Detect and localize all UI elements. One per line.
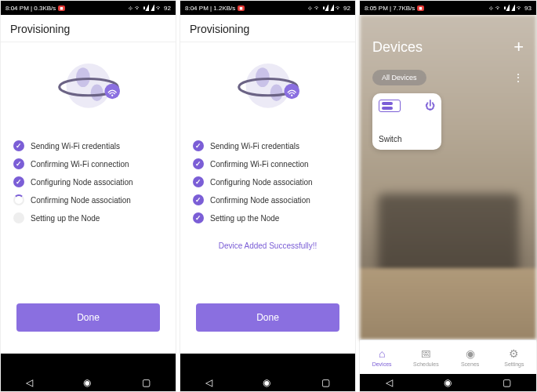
check-icon: [13, 140, 24, 151]
page-title: Provisioning: [1, 15, 176, 42]
content-area: Sending Wi-Fi credentials Confirming Wi-…: [1, 42, 176, 354]
content-area: Sending Wi-Fi credentials Confirming Wi-…: [180, 42, 355, 354]
back-icon[interactable]: ◁: [26, 377, 33, 388]
svg-point-6: [245, 64, 290, 108]
status-indicators: ⟐ ᯤ ▮◢ ◢ ᯤ 92: [307, 5, 350, 12]
page-title: Provisioning: [180, 15, 355, 42]
home-icon[interactable]: ◉: [263, 377, 270, 388]
step-label: Configuring Node association: [31, 178, 133, 187]
tab-label: Devices: [372, 361, 392, 367]
svg-point-0: [66, 64, 111, 108]
check-icon: [193, 212, 204, 223]
status-time: 8:04 PM | 1.2KB/s: [185, 5, 235, 12]
android-nav: ◁ ◉ ▢: [1, 374, 176, 391]
power-icon[interactable]: ⏻: [425, 100, 435, 111]
calendar-icon: 📅︎: [420, 347, 431, 360]
check-icon: [193, 194, 204, 205]
status-bar: 8:04 PM | 0.3KB/s■ ⟐ ᯤ ▮◢ ◢ ᯤ 92: [1, 1, 176, 15]
record-icon: ■: [417, 5, 423, 11]
step-item: Configuring Node association: [13, 176, 163, 187]
check-icon: [13, 158, 24, 169]
done-button[interactable]: Done: [196, 303, 339, 332]
home-icon[interactable]: ◉: [444, 377, 452, 388]
filter-pill[interactable]: All Devices: [372, 70, 426, 85]
step-item: Sending Wi-Fi credentials: [13, 140, 163, 151]
globe-wifi-icon: [53, 56, 124, 119]
devices-header: Devices +: [360, 15, 536, 65]
check-icon: [13, 176, 24, 187]
back-icon[interactable]: ◁: [205, 377, 212, 388]
tab-label: Schedules: [413, 361, 439, 367]
svg-point-8: [270, 85, 282, 101]
spinner-icon: [13, 194, 24, 205]
screen-provisioning-complete: 8:04 PM | 1.2KB/s■ ⟐ ᯤ ▮◢ ◢ ᯤ 92 Provisi…: [180, 0, 356, 392]
status-time: 8:04 PM | 0.3KB/s: [5, 5, 56, 12]
home-icon: ⌂: [379, 347, 385, 360]
step-label: Sending Wi-Fi credentials: [31, 142, 120, 151]
step-label: Confirming Wi-Fi connection: [31, 160, 129, 169]
recents-icon[interactable]: ▢: [142, 377, 151, 388]
filter-row: All Devices ⋮: [360, 65, 536, 93]
svg-point-1: [76, 67, 90, 87]
play-icon: ◉: [466, 347, 475, 360]
tab-scenes[interactable]: ◉Scenes: [448, 340, 492, 374]
record-icon: ■: [58, 5, 64, 11]
step-item: Confirming Node association: [13, 194, 163, 205]
tab-settings[interactable]: ⚙Settings: [492, 340, 536, 374]
svg-point-10: [284, 84, 299, 100]
check-icon: [193, 158, 204, 169]
step-item: Confirming Wi-Fi connection: [13, 158, 163, 169]
check-icon: [193, 140, 204, 151]
add-device-icon[interactable]: +: [513, 37, 524, 57]
step-label: Setting up the Node: [210, 214, 279, 223]
record-icon: ■: [238, 5, 244, 11]
black-bar: [1, 354, 176, 374]
status-bar: 8:05 PM | 7.7KB/s■ ⟐ ᯤ ▮◢ ◢ ᯤ 93: [360, 1, 536, 15]
device-card-switch[interactable]: ⏻ Switch: [372, 93, 441, 150]
step-item: Confirming Wi-Fi connection: [193, 158, 343, 169]
steps-list: Sending Wi-Fi credentials Confirming Wi-…: [190, 133, 346, 230]
switch-device-icon: [379, 100, 401, 112]
step-label: Configuring Node association: [210, 178, 313, 187]
recents-icon[interactable]: ▢: [321, 377, 330, 388]
tab-schedules[interactable]: 📅︎Schedules: [404, 340, 448, 374]
svg-point-4: [104, 84, 120, 100]
step-item: Sending Wi-Fi credentials: [193, 140, 343, 151]
step-label: Confirming Node association: [210, 196, 310, 205]
svg-point-7: [256, 67, 270, 87]
globe-wifi-icon: [233, 56, 303, 119]
tab-devices[interactable]: ⌂Devices: [360, 340, 404, 374]
success-message: Device Added Successfully!!: [219, 241, 317, 250]
android-nav: ◁ ◉ ▢: [360, 374, 536, 391]
check-icon: [193, 176, 204, 187]
device-label: Switch: [379, 135, 435, 143]
recents-icon[interactable]: ▢: [503, 377, 511, 388]
status-bar: 8:04 PM | 1.2KB/s■ ⟐ ᯤ ▮◢ ◢ ᯤ 92: [180, 1, 355, 15]
step-label: Confirming Node association: [31, 196, 131, 205]
tab-label: Settings: [504, 361, 524, 367]
svg-point-2: [90, 85, 103, 101]
devices-title: Devices: [372, 39, 423, 56]
done-button[interactable]: Done: [16, 303, 160, 332]
step-item: Configuring Node association: [193, 176, 343, 187]
svg-point-5: [111, 95, 113, 96]
gear-icon: ⚙: [509, 347, 519, 360]
screen-devices: 8:05 PM | 7.7KB/s■ ⟐ ᯤ ▮◢ ◢ ᯤ 93 Devices…: [359, 0, 537, 392]
step-item: Setting up the Node: [193, 212, 343, 223]
step-label: Sending Wi-Fi credentials: [210, 142, 299, 151]
back-icon[interactable]: ◁: [386, 377, 393, 388]
step-label: Confirming Wi-Fi connection: [210, 160, 309, 169]
status-time: 8:05 PM | 7.7KB/s: [365, 5, 415, 12]
step-item: Confirming Node association: [193, 194, 343, 205]
status-indicators: ⟐ ᯤ ▮◢ ◢ ᯤ 92: [127, 5, 171, 12]
steps-list: Sending Wi-Fi credentials Confirming Wi-…: [10, 133, 166, 230]
screen-provisioning-inprogress: 8:04 PM | 0.3KB/s■ ⟐ ᯤ ▮◢ ◢ ᯤ 92 Provisi…: [0, 0, 176, 392]
step-label: Setting up the Node: [31, 214, 100, 223]
pending-icon: [13, 212, 24, 223]
more-icon[interactable]: ⋮: [513, 71, 524, 84]
android-nav: ◁ ◉ ▢: [180, 374, 355, 391]
home-icon[interactable]: ◉: [83, 377, 91, 388]
step-item: Setting up the Node: [13, 212, 163, 223]
black-bar: [180, 354, 355, 374]
bottom-tab-bar: ⌂Devices 📅︎Schedules ◉Scenes ⚙Settings: [360, 339, 536, 374]
